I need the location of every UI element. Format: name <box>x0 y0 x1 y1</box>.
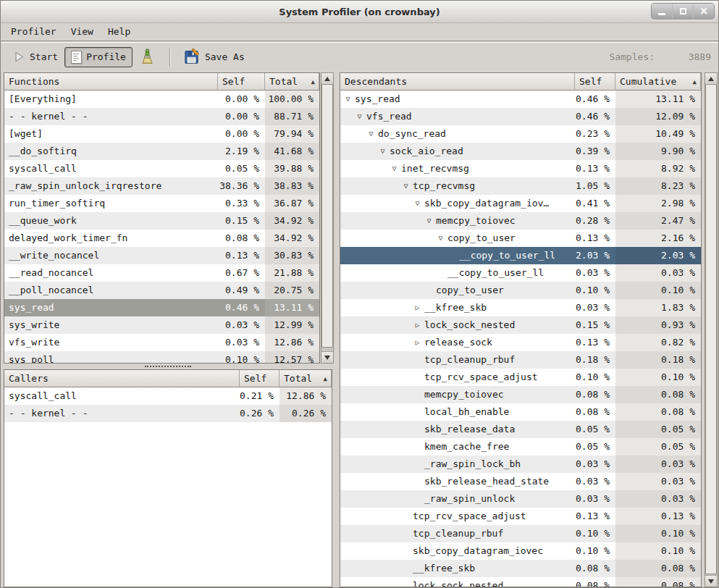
tree-row-copy_to_user[interactable]: ▽copy_to_user0.13 %2.16 % <box>340 230 701 247</box>
save-as-button[interactable]: Save As <box>177 45 251 69</box>
table-row-_raw_spin_unlock_irqrestore[interactable]: _raw_spin_unlock_irqrestore38.36 %38.83 … <box>4 177 319 195</box>
table-row-sys_poll[interactable]: sys_poll0.10 %12.57 % <box>4 351 319 363</box>
cell-function-name: _raw_spin_lock_bh <box>340 455 575 473</box>
cell-self-percent: 0.00 % <box>218 108 265 125</box>
menu-item-view[interactable]: View <box>64 22 101 41</box>
tree-row-local_bh_enable[interactable]: local_bh_enable0.08 %0.08 % <box>340 403 701 421</box>
table-row-__read_nocancel[interactable]: __read_nocancel0.67 %21.88 % <box>4 264 319 282</box>
minimize-button[interactable] <box>652 4 672 19</box>
tree-row-lock_sock_nested[interactable]: lock_sock_nested0.08 %0.08 % <box>340 577 701 587</box>
tree-row-copy_to_user[interactable]: copy_to_user0.10 %0.10 % <box>340 282 701 299</box>
table-row-[wget][interactable]: [wget]0.00 %79.94 % <box>4 125 319 143</box>
expander-collapsed-icon[interactable]: ▷ <box>413 299 422 316</box>
scroll-up-button[interactable] <box>321 73 333 85</box>
table-row-delayed_work_timer_fn[interactable]: delayed_work_timer_fn0.08 %34.92 % <box>4 230 319 247</box>
tree-row-memcpy_toiovec[interactable]: memcpy_toiovec0.08 %0.08 % <box>340 386 701 403</box>
tree-row-skb_copy_datagram_iov…[interactable]: ▽skb_copy_datagram_iov…0.41 %2.98 % <box>340 195 701 212</box>
tree-row-memcpy_toiovec[interactable]: ▽memcpy_toiovec0.28 %2.47 % <box>340 212 701 230</box>
cell-total-percent: 0.08 % <box>615 386 701 403</box>
column-header-total[interactable]: Total▲ <box>279 370 332 387</box>
menu-item-help[interactable]: Help <box>101 22 138 41</box>
expander-collapsed-icon[interactable]: ▷ <box>413 334 422 351</box>
cell-function-name: ▽sys_read <box>340 91 575 108</box>
table-row-- - kernel - -[interactable]: - - kernel - -0.00 %88.71 % <box>4 108 319 125</box>
tree-row-__copy_to_user_ll[interactable]: __copy_to_user_ll0.03 %0.03 % <box>340 264 701 282</box>
tree-row-release_sock[interactable]: ▷release_sock0.13 %0.82 % <box>340 334 701 351</box>
tree-row-sys_read[interactable]: ▽sys_read0.46 %13.11 % <box>340 91 701 108</box>
tree-row-__kfree_skb[interactable]: ▷__kfree_skb0.03 %1.83 % <box>340 299 701 316</box>
table-row-__write_nocancel[interactable]: __write_nocancel0.13 %30.83 % <box>4 247 319 264</box>
pane-splitter[interactable] <box>4 364 332 369</box>
functions-vertical-scrollbar[interactable] <box>321 72 334 364</box>
table-row-syscall_call[interactable]: syscall_call0.21 %12.86 % <box>4 387 332 405</box>
cell-function-name: memcpy_toiovec <box>340 386 575 403</box>
table-row-sys_read[interactable]: sys_read0.46 %13.11 % <box>4 299 319 316</box>
close-button[interactable]: × <box>693 4 714 19</box>
tree-row-skb_release_head_state[interactable]: skb_release_head_state0.03 %0.03 % <box>340 473 701 490</box>
expander-open-icon[interactable]: ▽ <box>413 195 422 212</box>
table-row-run_timer_softirq[interactable]: run_timer_softirq0.33 %36.87 % <box>4 195 319 212</box>
cell-function-name: ▷__kfree_skb <box>340 299 575 316</box>
tree-row-sock_aio_read[interactable]: ▽sock_aio_read0.39 %9.90 % <box>340 143 701 160</box>
cell-function-name: ▽inet_recvmsg <box>340 160 575 177</box>
scrollbar-thumb[interactable] <box>705 84 717 574</box>
tree-row-tcp_cleanup_rbuf[interactable]: tcp_cleanup_rbuf0.18 %0.18 % <box>340 351 701 369</box>
title-bar[interactable]: System Profiler (on crownbay) × <box>1 1 718 23</box>
tree-row-vfs_read[interactable]: ▽vfs_read0.46 %12.09 % <box>340 108 701 125</box>
reset-button[interactable] <box>133 45 162 69</box>
expander-open-icon[interactable]: ▽ <box>390 160 399 177</box>
tree-row-kmem_cache_free[interactable]: kmem_cache_free0.05 %0.05 % <box>340 438 701 455</box>
tree-row-inet_recvmsg[interactable]: ▽inet_recvmsg0.13 %8.92 % <box>340 160 701 177</box>
arrow-down-icon <box>708 579 714 584</box>
table-row-__queue_work[interactable]: __queue_work0.15 %34.92 % <box>4 212 319 230</box>
scroll-down-button[interactable] <box>321 351 333 363</box>
column-header-self[interactable]: Self <box>575 73 615 91</box>
table-row-__do_softirq[interactable]: __do_softirq2.19 %41.68 % <box>4 143 319 160</box>
expander-open-icon[interactable]: ▽ <box>378 143 387 160</box>
tree-row-_raw_spin_unlock[interactable]: _raw_spin_unlock0.03 %0.03 % <box>340 490 701 508</box>
profile-toggle-button[interactable]: Profile <box>64 47 133 67</box>
tree-row-tcp_recvmsg[interactable]: ▽tcp_recvmsg1.05 %8.23 % <box>340 177 701 195</box>
tree-row-tcp_cleanup_rbuf[interactable]: tcp_cleanup_rbuf0.10 %0.10 % <box>340 525 701 542</box>
expander-open-icon[interactable]: ▽ <box>401 177 411 195</box>
expander-collapsed-icon[interactable]: ▷ <box>413 316 422 334</box>
tree-row-skb_copy_datagram_iovec[interactable]: skb_copy_datagram_iovec0.10 %0.10 % <box>340 542 701 560</box>
table-row-[Everything][interactable]: [Everything]0.00 %100.00 % <box>4 91 319 108</box>
table-row-__poll_nocancel[interactable]: __poll_nocancel0.49 %20.75 % <box>4 282 319 299</box>
menu-item-profiler[interactable]: Profiler <box>4 22 64 41</box>
tree-row-tcp_rcv_space_adjust[interactable]: tcp_rcv_space_adjust0.13 %0.13 % <box>340 508 701 525</box>
table-row-sys_write[interactable]: sys_write0.03 %12.99 % <box>4 316 319 334</box>
play-icon <box>13 51 25 63</box>
descendants-vertical-scrollbar[interactable] <box>705 72 718 587</box>
expander-open-icon[interactable]: ▽ <box>355 108 364 125</box>
column-header-functions[interactable]: Functions <box>4 73 218 91</box>
column-header-self[interactable]: Self <box>218 73 265 91</box>
column-header-callers[interactable]: Callers <box>4 370 240 387</box>
tree-row-lock_sock_nested[interactable]: ▷lock_sock_nested0.15 %0.93 % <box>340 316 701 334</box>
expander-open-icon[interactable]: ▽ <box>343 91 353 108</box>
expander-open-icon[interactable]: ▽ <box>366 125 376 143</box>
expander-open-icon[interactable]: ▽ <box>436 230 445 247</box>
tree-row-tcp_rcv_space_adjust[interactable]: tcp_rcv_space_adjust0.10 %0.10 % <box>340 369 701 386</box>
tree-row-skb_release_data[interactable]: skb_release_data0.05 %0.05 % <box>340 421 701 438</box>
expander-open-icon[interactable]: ▽ <box>424 212 434 230</box>
column-header-total[interactable]: Total▲ <box>265 73 319 91</box>
cell-total-percent: 100.00 % <box>265 91 319 108</box>
column-header-descendants[interactable]: Descendants <box>340 73 575 91</box>
table-row-vfs_write[interactable]: vfs_write0.03 %12.86 % <box>4 334 319 351</box>
start-button[interactable]: Start <box>7 47 64 67</box>
tree-row-do_sync_read[interactable]: ▽do_sync_read0.23 %10.49 % <box>340 125 701 143</box>
tree-row-__kfree_skb[interactable]: __kfree_skb0.08 %0.08 % <box>340 560 701 577</box>
tree-row-__copy_to_user_ll[interactable]: __copy_to_user_ll2.03 %2.03 % <box>340 247 701 264</box>
table-row-- - kernel - -[interactable]: - - kernel - -0.26 %0.26 % <box>4 405 332 422</box>
table-row-syscall_call[interactable]: syscall_call0.05 %39.88 % <box>4 160 319 177</box>
scroll-up-button[interactable] <box>705 73 717 85</box>
column-header-self[interactable]: Self <box>240 370 279 387</box>
column-header-cumulative[interactable]: Cumulative▲ <box>615 73 701 91</box>
maximize-icon <box>680 8 686 14</box>
tree-row-_raw_spin_lock_bh[interactable]: _raw_spin_lock_bh0.03 %0.03 % <box>340 455 701 473</box>
maximize-button[interactable] <box>672 4 693 19</box>
scrollbar-thumb[interactable] <box>321 84 333 348</box>
scroll-down-button[interactable] <box>705 575 717 587</box>
cell-function-name: __kfree_skb <box>340 560 575 577</box>
